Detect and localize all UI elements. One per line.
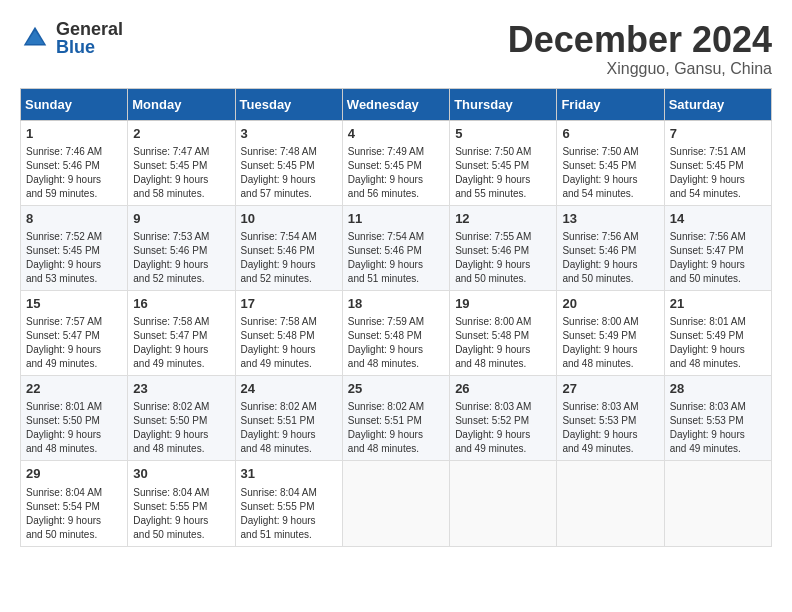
day-number: 16	[133, 295, 229, 313]
day-info: Sunrise: 7:47 AM Sunset: 5:45 PM Dayligh…	[133, 145, 229, 201]
calendar-header-row: SundayMondayTuesdayWednesdayThursdayFrid…	[21, 88, 772, 120]
calendar-day-header: Tuesday	[235, 88, 342, 120]
calendar-day-cell: 30Sunrise: 8:04 AM Sunset: 5:55 PM Dayli…	[128, 461, 235, 546]
calendar-day-cell: 29Sunrise: 8:04 AM Sunset: 5:54 PM Dayli…	[21, 461, 128, 546]
calendar-day-cell: 13Sunrise: 7:56 AM Sunset: 5:46 PM Dayli…	[557, 205, 664, 290]
logo-icon	[20, 23, 50, 53]
day-info: Sunrise: 8:03 AM Sunset: 5:52 PM Dayligh…	[455, 400, 551, 456]
day-number: 4	[348, 125, 444, 143]
calendar-day-header: Wednesday	[342, 88, 449, 120]
day-info: Sunrise: 7:49 AM Sunset: 5:45 PM Dayligh…	[348, 145, 444, 201]
day-number: 30	[133, 465, 229, 483]
day-number: 27	[562, 380, 658, 398]
day-info: Sunrise: 7:52 AM Sunset: 5:45 PM Dayligh…	[26, 230, 122, 286]
calendar-day-cell: 10Sunrise: 7:54 AM Sunset: 5:46 PM Dayli…	[235, 205, 342, 290]
logo-blue: Blue	[56, 38, 123, 56]
calendar-day-cell: 6Sunrise: 7:50 AM Sunset: 5:45 PM Daylig…	[557, 120, 664, 205]
day-info: Sunrise: 7:56 AM Sunset: 5:46 PM Dayligh…	[562, 230, 658, 286]
day-info: Sunrise: 7:51 AM Sunset: 5:45 PM Dayligh…	[670, 145, 766, 201]
day-number: 19	[455, 295, 551, 313]
calendar-day-header: Thursday	[450, 88, 557, 120]
day-info: Sunrise: 7:57 AM Sunset: 5:47 PM Dayligh…	[26, 315, 122, 371]
calendar-day-cell: 15Sunrise: 7:57 AM Sunset: 5:47 PM Dayli…	[21, 290, 128, 375]
calendar-day-cell: 7Sunrise: 7:51 AM Sunset: 5:45 PM Daylig…	[664, 120, 771, 205]
calendar-week-row: 22Sunrise: 8:01 AM Sunset: 5:50 PM Dayli…	[21, 376, 772, 461]
logo-text: General Blue	[56, 20, 123, 56]
calendar-day-cell	[342, 461, 449, 546]
day-number: 6	[562, 125, 658, 143]
day-info: Sunrise: 8:04 AM Sunset: 5:55 PM Dayligh…	[133, 486, 229, 542]
calendar-day-cell: 14Sunrise: 7:56 AM Sunset: 5:47 PM Dayli…	[664, 205, 771, 290]
day-info: Sunrise: 8:02 AM Sunset: 5:51 PM Dayligh…	[348, 400, 444, 456]
calendar-day-cell	[664, 461, 771, 546]
day-number: 25	[348, 380, 444, 398]
day-number: 28	[670, 380, 766, 398]
day-info: Sunrise: 8:04 AM Sunset: 5:55 PM Dayligh…	[241, 486, 337, 542]
day-info: Sunrise: 7:46 AM Sunset: 5:46 PM Dayligh…	[26, 145, 122, 201]
day-info: Sunrise: 7:50 AM Sunset: 5:45 PM Dayligh…	[455, 145, 551, 201]
calendar-day-header: Saturday	[664, 88, 771, 120]
calendar-week-row: 15Sunrise: 7:57 AM Sunset: 5:47 PM Dayli…	[21, 290, 772, 375]
calendar-day-cell: 1Sunrise: 7:46 AM Sunset: 5:46 PM Daylig…	[21, 120, 128, 205]
day-info: Sunrise: 8:02 AM Sunset: 5:50 PM Dayligh…	[133, 400, 229, 456]
calendar-day-cell: 19Sunrise: 8:00 AM Sunset: 5:48 PM Dayli…	[450, 290, 557, 375]
title-block: December 2024 Xingguo, Gansu, China	[508, 20, 772, 78]
calendar-day-cell: 21Sunrise: 8:01 AM Sunset: 5:49 PM Dayli…	[664, 290, 771, 375]
day-number: 22	[26, 380, 122, 398]
day-info: Sunrise: 7:58 AM Sunset: 5:47 PM Dayligh…	[133, 315, 229, 371]
day-info: Sunrise: 8:00 AM Sunset: 5:48 PM Dayligh…	[455, 315, 551, 371]
calendar-day-cell: 4Sunrise: 7:49 AM Sunset: 5:45 PM Daylig…	[342, 120, 449, 205]
calendar-day-header: Sunday	[21, 88, 128, 120]
calendar-day-cell: 5Sunrise: 7:50 AM Sunset: 5:45 PM Daylig…	[450, 120, 557, 205]
calendar-day-cell: 20Sunrise: 8:00 AM Sunset: 5:49 PM Dayli…	[557, 290, 664, 375]
day-number: 20	[562, 295, 658, 313]
calendar-day-cell: 26Sunrise: 8:03 AM Sunset: 5:52 PM Dayli…	[450, 376, 557, 461]
calendar-day-cell: 12Sunrise: 7:55 AM Sunset: 5:46 PM Dayli…	[450, 205, 557, 290]
day-info: Sunrise: 8:01 AM Sunset: 5:50 PM Dayligh…	[26, 400, 122, 456]
day-info: Sunrise: 8:02 AM Sunset: 5:51 PM Dayligh…	[241, 400, 337, 456]
day-info: Sunrise: 7:48 AM Sunset: 5:45 PM Dayligh…	[241, 145, 337, 201]
calendar-week-row: 1Sunrise: 7:46 AM Sunset: 5:46 PM Daylig…	[21, 120, 772, 205]
day-info: Sunrise: 7:56 AM Sunset: 5:47 PM Dayligh…	[670, 230, 766, 286]
day-number: 12	[455, 210, 551, 228]
day-number: 14	[670, 210, 766, 228]
calendar-day-cell	[450, 461, 557, 546]
day-info: Sunrise: 7:55 AM Sunset: 5:46 PM Dayligh…	[455, 230, 551, 286]
day-info: Sunrise: 8:03 AM Sunset: 5:53 PM Dayligh…	[562, 400, 658, 456]
calendar-day-cell: 9Sunrise: 7:53 AM Sunset: 5:46 PM Daylig…	[128, 205, 235, 290]
day-number: 31	[241, 465, 337, 483]
day-info: Sunrise: 8:01 AM Sunset: 5:49 PM Dayligh…	[670, 315, 766, 371]
day-number: 11	[348, 210, 444, 228]
calendar-day-cell: 18Sunrise: 7:59 AM Sunset: 5:48 PM Dayli…	[342, 290, 449, 375]
day-number: 8	[26, 210, 122, 228]
calendar-day-cell: 27Sunrise: 8:03 AM Sunset: 5:53 PM Dayli…	[557, 376, 664, 461]
day-number: 17	[241, 295, 337, 313]
day-info: Sunrise: 7:50 AM Sunset: 5:45 PM Dayligh…	[562, 145, 658, 201]
day-number: 29	[26, 465, 122, 483]
calendar-day-cell: 11Sunrise: 7:54 AM Sunset: 5:46 PM Dayli…	[342, 205, 449, 290]
day-number: 24	[241, 380, 337, 398]
calendar-day-cell: 25Sunrise: 8:02 AM Sunset: 5:51 PM Dayli…	[342, 376, 449, 461]
day-info: Sunrise: 7:58 AM Sunset: 5:48 PM Dayligh…	[241, 315, 337, 371]
day-info: Sunrise: 7:53 AM Sunset: 5:46 PM Dayligh…	[133, 230, 229, 286]
day-number: 7	[670, 125, 766, 143]
day-number: 15	[26, 295, 122, 313]
day-info: Sunrise: 7:54 AM Sunset: 5:46 PM Dayligh…	[348, 230, 444, 286]
day-number: 5	[455, 125, 551, 143]
calendar-day-cell: 24Sunrise: 8:02 AM Sunset: 5:51 PM Dayli…	[235, 376, 342, 461]
day-info: Sunrise: 8:00 AM Sunset: 5:49 PM Dayligh…	[562, 315, 658, 371]
day-info: Sunrise: 8:03 AM Sunset: 5:53 PM Dayligh…	[670, 400, 766, 456]
calendar-day-cell: 23Sunrise: 8:02 AM Sunset: 5:50 PM Dayli…	[128, 376, 235, 461]
location: Xingguo, Gansu, China	[508, 60, 772, 78]
day-number: 3	[241, 125, 337, 143]
day-number: 18	[348, 295, 444, 313]
calendar-day-cell: 16Sunrise: 7:58 AM Sunset: 5:47 PM Dayli…	[128, 290, 235, 375]
calendar-day-cell: 28Sunrise: 8:03 AM Sunset: 5:53 PM Dayli…	[664, 376, 771, 461]
calendar-table: SundayMondayTuesdayWednesdayThursdayFrid…	[20, 88, 772, 547]
logo-general: General	[56, 20, 123, 38]
day-info: Sunrise: 7:59 AM Sunset: 5:48 PM Dayligh…	[348, 315, 444, 371]
day-number: 2	[133, 125, 229, 143]
day-number: 26	[455, 380, 551, 398]
day-number: 10	[241, 210, 337, 228]
day-number: 21	[670, 295, 766, 313]
